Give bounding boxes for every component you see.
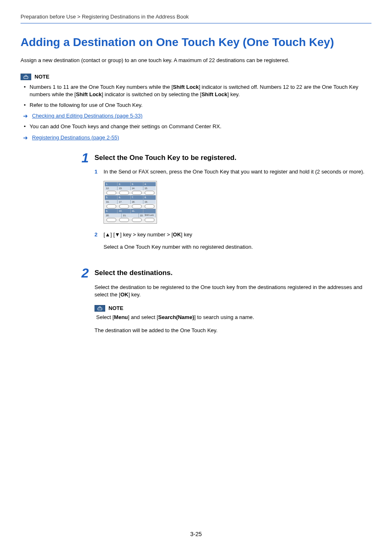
intro-paragraph: Assign a new destination (contact or gro… — [21, 57, 371, 64]
link-row-1: ➜ Checking and Editing Destinations (pag… — [21, 112, 371, 120]
step-2-text: Select the destination to be registered … — [95, 284, 368, 298]
note-item-1: Numbers 1 to 11 are the One Touch Key nu… — [23, 83, 371, 98]
note-label: NOTE — [108, 305, 123, 312]
note-icon — [95, 305, 105, 312]
breadcrumb: Preparation before Use > Registering Des… — [21, 13, 371, 23]
note-list-2: You can add One Touch keys and change th… — [21, 123, 371, 130]
page-number: 3-25 — [0, 530, 392, 539]
step-2-note: NOTE Select [Menu] and select [Search(Na… — [95, 305, 368, 321]
substep-text: [▲] [▼] key > key number > [OK] key — [104, 231, 368, 238]
step-2-final: The destination will be added to the One… — [95, 327, 368, 334]
step-2-note-text: Select [Menu] and select [Search(Name)] … — [95, 314, 368, 321]
step-1-sub-1: 1 In the Send or FAX screen, press the O… — [95, 168, 368, 176]
note-label: NOTE — [35, 73, 49, 81]
step-2-title: Select the destinations. — [95, 268, 368, 278]
step-1-sub-2: 2 [▲] [▼] key > key number > [OK] key — [95, 231, 368, 238]
step-number-1: 1 — [76, 151, 95, 164]
step-1-sub-2-note: Select a One Touch Key number with no re… — [104, 243, 368, 251]
arrow-icon: ➜ — [23, 135, 28, 141]
link-registering-destinations[interactable]: Registering Destinations (page 2-55) — [32, 134, 119, 141]
substep-text: In the Send or FAX screen, press the One… — [104, 168, 368, 176]
substep-number: 1 — [95, 168, 99, 176]
note-header: NOTE — [21, 73, 371, 81]
link-row-2: ➜ Registering Destinations (page 2-55) — [21, 134, 371, 141]
keypad-diagram: 1.2.3.4. 12.13.14.15. 5.6.7.8. 16.17.18.… — [104, 181, 157, 224]
note-item-3: You can add One Touch keys and change th… — [23, 123, 371, 130]
step-1-title: Select the One Touch Key to be registere… — [95, 153, 368, 163]
step-number-2: 2 — [76, 266, 95, 280]
note-block: NOTE Numbers 1 to 11 are the One Touch K… — [21, 73, 371, 141]
step-2: 2 Select the destinations. Select the de… — [21, 268, 371, 334]
substep-number: 2 — [95, 231, 99, 238]
note-item-2: Refer to the following for use of One To… — [23, 102, 371, 109]
link-checking-editing[interactable]: Checking and Editing Destinations (page … — [32, 112, 143, 120]
note-icon — [21, 74, 31, 80]
page-title: Adding a Destination on One Touch Key (O… — [21, 35, 371, 49]
note-header: NOTE — [95, 305, 368, 312]
note-list: Numbers 1 to 11 are the One Touch Key nu… — [21, 83, 371, 109]
arrow-icon: ➜ — [23, 113, 28, 119]
step-1: 1 Select the One Touch Key to be registe… — [21, 153, 371, 259]
